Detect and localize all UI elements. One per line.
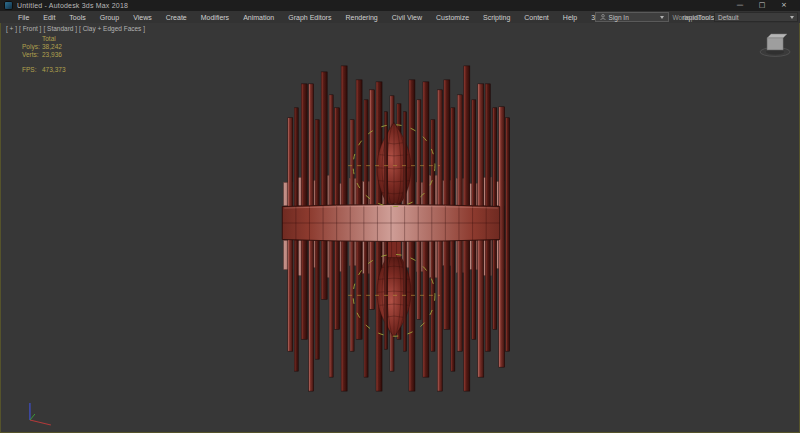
stats-polys-value: 38,242 [42, 43, 66, 51]
menu-group[interactable]: Group [93, 14, 126, 21]
stats-total-label: Total [42, 35, 66, 43]
menu-civil-view[interactable]: Civil View [385, 14, 429, 21]
account-area: Sign In Workspaces: Default [595, 11, 798, 23]
statistics-overlay: Total Polys: 38,242 Verts: 23,936 FPS: 4… [22, 35, 66, 74]
viewport-camera-menu[interactable]: [ Standard ] [43, 25, 77, 32]
close-button[interactable]: × [773, 0, 795, 11]
menu-animation[interactable]: Animation [236, 14, 281, 21]
viewport-label: [ + ][ Front ][ Standard ][ Clay + Edged… [6, 25, 147, 32]
viewport-general-menu[interactable]: [ + ] [6, 25, 17, 32]
window-title: Untitled - Autodesk 3ds Max 2018 [17, 2, 128, 9]
stats-fps-label: FPS: [22, 66, 39, 74]
sign-in-button[interactable]: Sign In [595, 12, 669, 22]
workspace-value: Default [718, 14, 787, 21]
menu-graph-editors[interactable]: Graph Editors [281, 14, 338, 21]
title-bar: Untitled - Autodesk 3ds Max 2018 — □ × [0, 0, 800, 11]
maximize-button[interactable]: □ [751, 0, 773, 11]
viewport-canvas[interactable] [1, 23, 799, 432]
user-icon [600, 14, 606, 20]
stats-fps-value: 473,373 [42, 66, 66, 74]
3dsmax-app-icon [5, 2, 12, 9]
menu-scripting[interactable]: Scripting [476, 14, 517, 21]
menu-help[interactable]: Help [556, 14, 584, 21]
workspace-dropdown[interactable]: Default [714, 12, 798, 22]
chevron-down-icon [790, 16, 794, 19]
stats-verts-value: 23,936 [42, 51, 66, 59]
menu-content[interactable]: Content [517, 14, 556, 21]
stats-verts-label: Verts: [22, 51, 39, 59]
stats-polys-label: Polys: [22, 43, 39, 51]
menu-modifiers[interactable]: Modifiers [194, 14, 236, 21]
menu-file[interactable]: File [11, 14, 36, 21]
window-controls: — □ × [729, 0, 795, 11]
menu-edit[interactable]: Edit [36, 14, 62, 21]
menu-tools[interactable]: Tools [62, 14, 92, 21]
menu-views[interactable]: Views [126, 14, 159, 21]
menu-customize[interactable]: Customize [429, 14, 476, 21]
sign-in-label: Sign In [609, 14, 657, 21]
minimize-button[interactable]: — [729, 0, 751, 11]
chandelier-band[interactable] [282, 205, 499, 242]
view-cube[interactable] [760, 34, 790, 56]
world-axis-gizmo [30, 403, 51, 425]
viewport-front[interactable]: [ + ][ Front ][ Standard ][ Clay + Edged… [0, 23, 800, 433]
menu-create[interactable]: Create [159, 14, 194, 21]
chevron-down-icon [660, 16, 664, 19]
menu-rendering[interactable]: Rendering [338, 14, 384, 21]
viewport-shading-menu[interactable]: [ Clay + Edged Faces ] [79, 25, 145, 32]
viewport-pov-menu[interactable]: [ Front ] [19, 25, 41, 32]
workspaces-label: Workspaces: [673, 14, 710, 21]
